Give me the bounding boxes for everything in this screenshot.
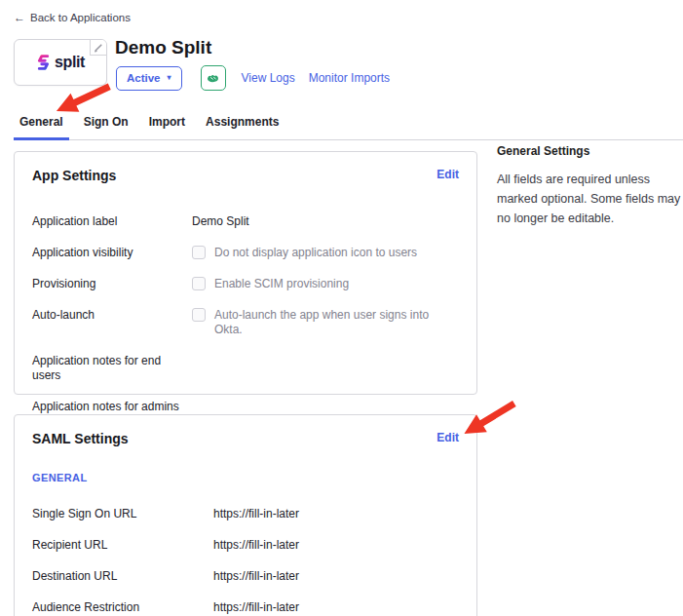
checkbox-label: Auto-launch the app when user signs into… [214,308,459,337]
field-label: Application notes for end users [32,354,192,383]
chevron-down-icon: ▾ [168,74,171,82]
field-label: Destination URL [32,569,213,584]
field-value: https://fill-in-later [213,507,299,521]
saml-settings-title: SAML Settings [32,431,129,446]
status-dropdown-button[interactable]: Active ▾ [116,66,182,91]
row-application-label: Application label Demo Split [32,214,459,229]
back-to-applications-link[interactable]: ← Back to Applications [14,11,131,24]
field-value: https://fill-in-later [213,600,299,615]
auto-launch-checkbox[interactable] [192,308,206,322]
field-value: Demo Split [192,214,249,229]
row-notes-end-users: Application notes for end users [32,354,459,383]
split-logo: split [36,54,85,71]
field-label: Provisioning [32,277,192,291]
split-logo-icon [36,54,51,71]
connection-status-button[interactable] [201,65,226,91]
left-arrow-icon: ← [14,11,25,24]
saml-general-section-label: GENERAL [32,472,459,483]
checkbox-label: Enable SCIM provisioning [214,277,349,291]
row-notes-admins: Application notes for admins [32,400,459,414]
help-panel: General Settings All fields are required… [497,144,682,228]
app-settings-card: App Settings Edit Application label Demo… [14,151,477,395]
page-title: Demo Split [115,37,211,58]
help-panel-title: General Settings [497,144,682,158]
handshake-icon [207,73,219,83]
field-label: Application visibility [32,246,192,260]
row-destination-url: Destination URL https://fill-in-later [32,569,459,584]
monitor-imports-link[interactable]: Monitor Imports [309,71,390,85]
field-value: https://fill-in-later [213,538,299,553]
field-label: Application notes for admins [32,400,192,414]
view-logs-link[interactable]: View Logs [242,71,295,85]
field-label: Auto-launch [32,308,192,323]
visibility-checkbox[interactable] [192,246,206,259]
back-link-label: Back to Applications [30,12,131,23]
app-settings-edit-link[interactable]: Edit [436,168,459,181]
tab-bar: General Sign On Import Assignments [14,109,683,140]
tab-assignments[interactable]: Assignments [200,109,285,140]
field-label: Application label [32,214,192,229]
logo-edit-button[interactable] [90,40,106,56]
row-application-visibility: Application visibility Do not display ap… [32,246,459,260]
provisioning-checkbox[interactable] [192,277,206,290]
row-auto-launch: Auto-launch Auto-launch the app when use… [32,308,459,337]
field-value: https://fill-in-later [213,569,299,584]
row-provisioning: Provisioning Enable SCIM provisioning [32,277,459,291]
app-logo-card: split [14,39,107,86]
tab-sign-on[interactable]: Sign On [78,109,134,140]
checkbox-label: Do not display application icon to users [214,246,417,260]
header-actions: Active ▾ View Logs Monitor Imports [116,65,390,91]
row-recipient-url: Recipient URL https://fill-in-later [32,538,459,553]
field-label: Audience Restriction [32,600,213,615]
field-label: Single Sign On URL [32,507,213,521]
split-logo-word: split [55,54,85,71]
saml-settings-card: SAML Settings Edit GENERAL Single Sign O… [14,414,477,616]
saml-settings-edit-link[interactable]: Edit [436,431,459,444]
tab-import[interactable]: Import [143,109,191,140]
pencil-icon [94,43,103,53]
app-settings-title: App Settings [32,168,116,183]
status-label: Active [127,72,161,84]
row-single-sign-on-url: Single Sign On URL https://fill-in-later [32,507,459,521]
field-label: Recipient URL [32,538,213,553]
tab-general[interactable]: General [14,109,69,140]
row-audience-restriction: Audience Restriction https://fill-in-lat… [32,600,459,615]
help-panel-body: All fields are required unless marked op… [497,170,682,228]
